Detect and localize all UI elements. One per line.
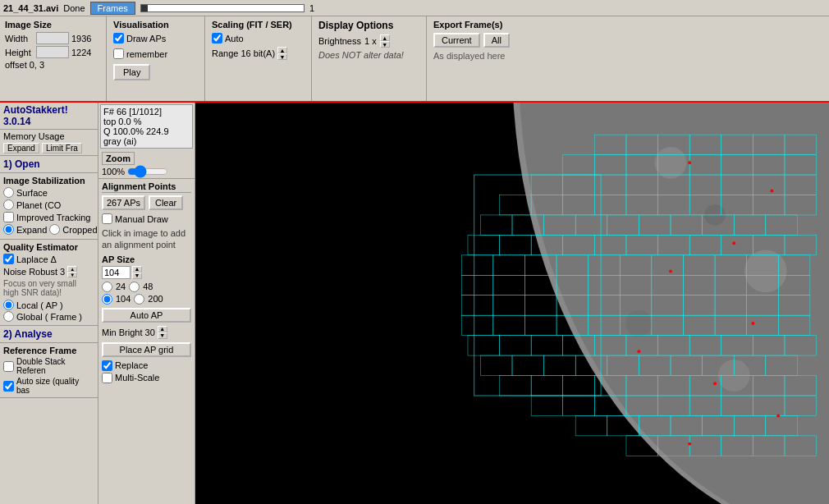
planet-label: Planet (CO <box>16 200 61 210</box>
analyse-section: 2) Analyse <box>0 326 98 343</box>
label-24: 24 <box>116 282 126 291</box>
zoom-value: 100% <box>102 167 125 176</box>
svg-rect-130 <box>563 376 595 396</box>
svg-rect-86 <box>493 296 525 315</box>
click-instruction: Click in image to add an alignment point <box>102 227 191 251</box>
limit-fra-button[interactable]: Limit Fra <box>42 143 82 153</box>
expand-radio[interactable] <box>3 224 14 235</box>
clear-button[interactable]: Clear <box>149 195 183 210</box>
svg-rect-42 <box>480 215 512 235</box>
quality-label: Quality Estimator <box>3 242 94 252</box>
remember-checkbox[interactable] <box>113 48 124 59</box>
svg-point-167 <box>776 414 780 417</box>
improved-tracking-checkbox[interactable] <box>3 212 14 222</box>
planet-radio[interactable] <box>3 199 14 210</box>
auto-size-checkbox[interactable] <box>3 381 14 392</box>
play-button[interactable]: Play <box>113 64 150 80</box>
min-bright-label: Min Bright <box>102 328 143 337</box>
svg-rect-120 <box>544 355 576 375</box>
image-size-label: Image Size <box>5 20 101 30</box>
expand-button[interactable]: Expand <box>3 143 39 153</box>
svg-point-168 <box>688 442 691 446</box>
filename: 21_44_31.avi <box>3 3 58 13</box>
status: Done <box>63 3 85 13</box>
min-bright-down[interactable]: ▼ <box>158 332 167 339</box>
surface-radio[interactable] <box>3 187 14 198</box>
label-200: 200 <box>148 294 163 304</box>
height-value: 1224 <box>71 48 91 57</box>
radio-104[interactable] <box>102 294 112 305</box>
frame-info-section: F# 66 [1/1012] top 0.0 % Q 100.0% 224.9 … <box>100 104 193 149</box>
memory-section: Memory Usage Expand Limit Fra <box>0 130 98 156</box>
cropped-radio[interactable] <box>49 224 60 235</box>
svg-rect-108 <box>500 336 532 355</box>
local-radio[interactable] <box>3 300 14 310</box>
brightness-value: 1 x <box>364 36 377 46</box>
svg-point-162 <box>732 241 735 245</box>
radio-24[interactable] <box>102 282 112 292</box>
surface-label: Surface <box>16 188 48 198</box>
double-stack-label: Double Stack Referen <box>16 357 94 375</box>
svg-point-166 <box>713 382 717 385</box>
ref-frame-section: Reference Frame Double Stack Referen Aut… <box>0 343 98 398</box>
min-bright-value: 30 <box>145 328 155 337</box>
replace-checkbox[interactable] <box>102 360 112 371</box>
export-section: Export Frame(s) Current All As displayed… <box>427 16 525 101</box>
auto-ap-button[interactable]: Auto AP <box>102 308 191 323</box>
place-ap-grid-button[interactable]: Place AP grid <box>102 342 191 357</box>
frames-button[interactable]: Frames <box>90 2 135 15</box>
height-input[interactable] <box>36 46 69 58</box>
current-button[interactable]: Current <box>433 33 480 48</box>
svg-rect-138 <box>531 396 563 415</box>
laplace-checkbox[interactable] <box>3 254 14 264</box>
middle-panel: F# 66 [1/1012] top 0.0 % Q 100.0% 224.9 … <box>98 103 195 504</box>
frame-progress-bar <box>140 4 305 12</box>
manual-draw-label: Manual Draw <box>115 214 168 224</box>
svg-point-164 <box>751 322 754 325</box>
radio-200[interactable] <box>134 294 144 305</box>
svg-rect-98 <box>524 315 556 335</box>
alignment-section: Alignment Points 267 APs Clear Manual Dr… <box>98 179 195 386</box>
min-bright-up[interactable]: ▲ <box>158 326 167 332</box>
ap-size-down[interactable]: ▼ <box>132 273 142 279</box>
svg-rect-0 <box>195 103 417 504</box>
replace-label: Replace <box>115 360 148 370</box>
app-title: AutoStakkert! 3.0.14 <box>0 103 98 130</box>
draw-aps-label: Draw APs <box>126 34 166 44</box>
width-input[interactable] <box>36 32 69 44</box>
stab-section: Image Stabilization Surface Planet (CO I… <box>0 173 98 240</box>
quality-section: Quality Estimator Laplace Δ Noise Robust… <box>0 240 98 326</box>
brightness-up[interactable]: ▲ <box>380 34 390 41</box>
left-sidebar: AutoStakkert! 3.0.14 Memory Usage Expand… <box>0 103 98 504</box>
brightness-down[interactable]: ▼ <box>380 41 390 48</box>
ap-size-up[interactable]: ▲ <box>132 266 142 273</box>
width-value: 1936 <box>71 34 91 44</box>
all-button[interactable]: All <box>483 33 510 48</box>
multi-scale-checkbox[interactable] <box>102 373 112 383</box>
double-stack-checkbox[interactable] <box>3 361 14 372</box>
remember-label: remember <box>126 49 167 59</box>
expand2-label: Expand <box>16 225 47 235</box>
manual-draw-checkbox[interactable] <box>102 213 112 224</box>
svg-rect-74 <box>461 275 493 295</box>
gray-label: gray (ai) <box>103 136 190 146</box>
focus-label: Focus on very small <box>3 279 94 288</box>
radio-48[interactable] <box>129 282 140 292</box>
svg-rect-147 <box>575 415 607 435</box>
draw-aps-checkbox[interactable] <box>113 33 124 44</box>
svg-point-5 <box>744 250 787 293</box>
global-label: Global <box>16 312 43 322</box>
svg-rect-107 <box>468 336 500 355</box>
svg-point-3 <box>655 147 687 179</box>
laplace-label: Laplace Δ <box>16 254 57 264</box>
auto-checkbox[interactable] <box>212 33 222 44</box>
ap-label: ( AP ) <box>40 300 62 310</box>
aps-count-button[interactable]: 267 APs <box>102 195 145 210</box>
label-48: 48 <box>143 282 153 291</box>
frame-label: ( Frame ) <box>45 312 82 322</box>
global-radio[interactable] <box>3 311 14 322</box>
stab-label: Image Stabilization <box>3 176 94 186</box>
ap-size-input[interactable] <box>102 266 131 279</box>
zoom-slider[interactable] <box>127 167 168 176</box>
svg-point-6 <box>625 310 652 337</box>
